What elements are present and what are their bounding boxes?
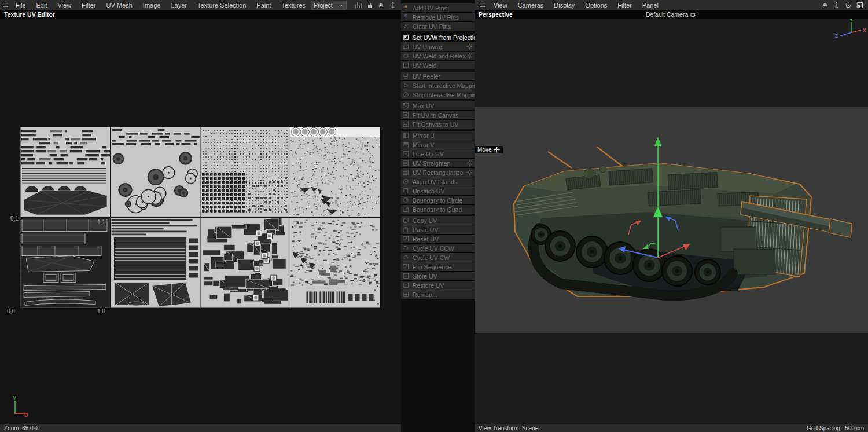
command-label: Stop Interactive Mapping [413, 91, 475, 98]
command-cycle-uv-ccw[interactable]: Cycle UV CCW [401, 244, 475, 252]
unwrap-icon [402, 43, 410, 50]
hand-icon[interactable] [378, 2, 385, 9]
command-restore-uv[interactable]: Restore UV [401, 281, 475, 290]
command-uv-weld-and-relax[interactable]: UV Weld and Relax [401, 52, 475, 60]
view-mode-label: Perspective [479, 11, 513, 18]
gear-icon[interactable] [466, 160, 473, 166]
move-tool-icon [494, 147, 500, 153]
pan-vertical-icon[interactable] [389, 2, 396, 9]
command-store-uv[interactable]: Store UV [401, 272, 475, 280]
command-unstitch-uv[interactable]: Unstitch UV [401, 186, 475, 195]
uv-coord-label: 1,1 [97, 219, 105, 225]
weld-icon [402, 62, 410, 69]
hamburger-menu-icon[interactable] [2, 1, 9, 10]
menu-paint[interactable]: Paint [251, 1, 276, 10]
command-line-up-uv[interactable]: Line Up UV [401, 149, 475, 158]
command-group: Add UV PinsRemove UV PinsClear UV Pins [401, 3, 475, 31]
menu-display[interactable]: Display [549, 1, 580, 10]
command-fit-canvas-to-uv[interactable]: Fit Canvas to UV [401, 120, 475, 129]
active-tool-chip: Move [475, 146, 503, 153]
gear-icon[interactable] [466, 53, 473, 59]
command-label: Remap... [413, 291, 437, 298]
menu-image[interactable]: Image [138, 1, 166, 10]
camera-pop-icon[interactable] [690, 12, 697, 18]
command-reset-uv[interactable]: Reset UV [401, 235, 475, 243]
command-label: Restore UV [413, 282, 444, 289]
hand-icon[interactable] [822, 2, 829, 9]
command-add-uv-pins[interactable]: Add UV Pins [401, 3, 475, 12]
command-label: UV Peeler [413, 73, 440, 80]
command-label: UV Weld and Relax [413, 53, 465, 60]
command-group: Mirror UMirror VLine Up UVUV StraightenU… [401, 131, 475, 214]
menu-filter[interactable]: Filter [76, 1, 101, 10]
command-label: UV Weld [413, 62, 436, 69]
command-max-uv[interactable]: Max UV [401, 101, 475, 110]
command-label: Clear UV Pins [413, 23, 451, 30]
lock-icon[interactable] [366, 2, 373, 9]
command-boundary-to-circle[interactable]: Boundary to Circle [401, 196, 475, 204]
stop-icon [402, 91, 410, 98]
uv-command-panel: Add UV PinsRemove UV PinsClear UV PinsSe… [401, 0, 475, 432]
menu-cameras[interactable]: Cameras [513, 1, 549, 10]
command-label: UV Straighten [413, 160, 450, 167]
mirror-v-icon [402, 141, 410, 148]
remap-icon [402, 291, 410, 298]
menu-texture-selection[interactable]: Texture Selection [192, 1, 251, 10]
viewport-menu-items: ViewCamerasDisplayOptionsFilterPanel [488, 1, 664, 10]
command-set-uvw-from-projection[interactable]: Set UVW from Projection [401, 33, 475, 42]
menu-panel[interactable]: Panel [637, 1, 664, 10]
flip-icon [402, 263, 410, 270]
command-label: Max UV [413, 102, 434, 109]
menu-options[interactable]: Options [580, 1, 612, 10]
uv-coord-label: 1,0 [97, 308, 105, 314]
command-mirror-v[interactable]: Mirror V [401, 140, 475, 149]
histogram-icon[interactable] [355, 2, 362, 9]
uv-canvas[interactable]: 0,1 1,1 0,0 1,0 V U [0, 19, 401, 424]
command-copy-uv[interactable]: Copy UV [401, 216, 475, 225]
pan-vertical-icon[interactable] [833, 2, 840, 9]
command-group: Max UVFit UV to CanvasFit Canvas to UV [401, 101, 475, 129]
zoom-level: Zoom: 65.0% [4, 425, 38, 431]
command-flip-sequence[interactable]: Flip Sequence [401, 262, 475, 271]
command-align-uv-islands[interactable]: Align UV Islands [401, 177, 475, 186]
project-dropdown[interactable]: Project [311, 1, 347, 10]
command-label: Fit UV to Canvas [413, 112, 458, 119]
command-boundary-to-quad[interactable]: Boundary to Quad [401, 205, 475, 214]
command-stop-interactive-mapping[interactable]: Stop Interactive Mapping [401, 90, 475, 99]
command-uv-peeler[interactable]: UV Peeler [401, 72, 475, 80]
gear-icon[interactable] [466, 169, 473, 175]
menu-textures[interactable]: Textures [276, 1, 311, 10]
command-label: Boundary to Circle [413, 197, 462, 204]
menu-file[interactable]: File [10, 1, 31, 10]
command-mirror-u[interactable]: Mirror U [401, 131, 475, 140]
menu-filter[interactable]: Filter [612, 1, 637, 10]
command-uv-straighten[interactable]: UV Straighten [401, 159, 475, 167]
menu-layer[interactable]: Layer [165, 1, 192, 10]
hamburger-menu-icon[interactable] [477, 1, 487, 10]
command-label: Unstitch UV [413, 188, 444, 195]
gear-icon[interactable] [466, 43, 473, 50]
panel-layout-icon[interactable] [856, 2, 863, 9]
command-clear-uv-pins[interactable]: Clear UV Pins [401, 22, 475, 31]
rotate-view-icon[interactable] [845, 2, 852, 9]
unstitch-icon [402, 188, 410, 195]
command-label: UV Unwrap [413, 43, 444, 50]
command-label: Paste UV [413, 226, 438, 233]
command-uv-weld[interactable]: UV Weld [401, 61, 475, 69]
command-cycle-uv-cw[interactable]: Cycle UV CW [401, 253, 475, 262]
command-label: Reset UV [413, 236, 439, 243]
command-remove-uv-pins[interactable]: Remove UV Pins [401, 13, 475, 21]
command-uv-unwrap[interactable]: UV Unwrap [401, 42, 475, 51]
command-paste-uv[interactable]: Paste UV [401, 225, 475, 234]
3d-viewport[interactable]: YZX Move [475, 19, 868, 424]
pin-remove-icon [402, 14, 410, 21]
command-fit-uv-to-canvas[interactable]: Fit UV to Canvas [401, 111, 475, 119]
command-uv-rectangularize[interactable]: UV Rectangularize [401, 168, 475, 177]
command-start-interactive-mapping[interactable]: Start Interactive Mapping [401, 81, 475, 90]
menu-edit[interactable]: Edit [31, 1, 53, 10]
menu-view[interactable]: View [52, 1, 76, 10]
viewport-toolbar [822, 2, 866, 9]
command-remap[interactable]: Remap... [401, 290, 475, 299]
menu-uv-mesh[interactable]: UV Mesh [101, 1, 138, 10]
menu-view[interactable]: View [488, 1, 513, 10]
